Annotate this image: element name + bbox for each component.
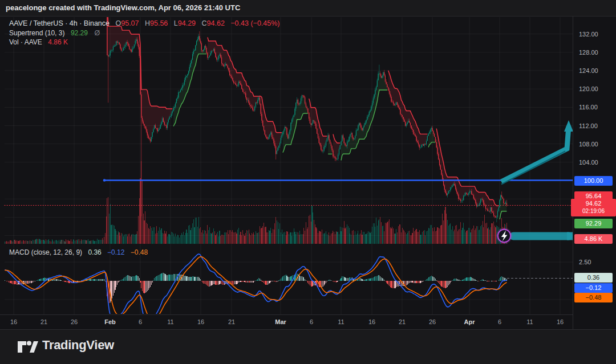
- symbol-title: AAVE / TetherUS · 4h · Binance: [9, 19, 110, 27]
- high-label: H: [145, 19, 150, 27]
- macd-signal-value: −0.48: [131, 248, 148, 256]
- supertrend-name: Supertrend (10, 3): [9, 29, 64, 37]
- macd-name: MACD (close, 12, 26, 9): [9, 248, 82, 256]
- macd-hist-value: 0.36: [88, 248, 101, 256]
- hide-indicator-icon[interactable]: Ø: [94, 29, 100, 37]
- legend-supertrend-row[interactable]: Supertrend (10, 3) 92.29 Ø: [9, 29, 279, 39]
- time-tick-label: 21: [390, 318, 415, 325]
- price-tick-label: 112.00: [579, 122, 598, 129]
- time-tick-label: 6: [128, 318, 153, 325]
- tradingview-snapshot: peacelonge created with TradingView.com,…: [0, 0, 616, 364]
- tradingview-logo-icon[interactable]: [17, 338, 39, 355]
- price-tick-label: 104.00: [579, 159, 598, 166]
- time-tick-label: 26: [62, 318, 87, 325]
- legend-volume-row[interactable]: Vol · AAVE 4.86 K: [9, 38, 279, 48]
- trend-arrow-drawing[interactable]: [501, 120, 573, 185]
- time-tick-label: 21: [219, 318, 244, 325]
- macd-legend-row[interactable]: MACD (close, 12, 26, 9) 0.36 −0.12 −0.48: [9, 248, 148, 256]
- close-value: 94.62: [207, 19, 225, 27]
- volume-value: 4.86 K: [48, 38, 68, 46]
- macd-axis-badge: 0.36: [574, 273, 613, 283]
- chart-legend: AAVE / TetherUS · 4h · Binance O95.07 H9…: [9, 19, 279, 48]
- time-tick-label: 6: [299, 318, 324, 325]
- price-tick-label: 128.00: [579, 49, 598, 56]
- open-label: O: [116, 19, 121, 27]
- teal-bar-drawing[interactable]: [509, 232, 573, 240]
- price-tick-label: 108.00: [579, 141, 598, 148]
- time-tick-label: 11: [329, 318, 354, 325]
- time-tick-label: 16: [548, 318, 573, 325]
- footer-bar: TradingView: [0, 329, 616, 364]
- price-axis[interactable]: 132.00128.00124.00120.00116.00112.00108.…: [573, 16, 616, 329]
- time-tick-label: 11: [158, 318, 183, 325]
- time-tick-label: Apr: [457, 318, 482, 325]
- price-tick-label: 132.00: [579, 31, 598, 38]
- price-tick-label: 116.00: [579, 104, 598, 111]
- price-axis-badge: 94.6202:19:06: [571, 199, 616, 216]
- close-label: C: [202, 19, 207, 27]
- attribution-text: peacelonge created with TradingView.com,…: [6, 3, 240, 12]
- time-tick-label: 21: [31, 318, 56, 325]
- supertrend-value: 92.29: [71, 29, 88, 37]
- time-tick-label: Feb: [98, 318, 123, 325]
- time-tick-label: 16: [359, 318, 384, 325]
- attribution-bar: peacelonge created with TradingView.com,…: [0, 0, 616, 17]
- time-tick-label: 11: [517, 318, 542, 325]
- price-tick-label: 120.00: [579, 85, 598, 92]
- macd-tick-label: 2.50: [579, 259, 591, 265]
- volume-name: Vol · AAVE: [9, 38, 42, 46]
- macd-axis-badge: −0.48: [574, 293, 613, 302]
- price-axis-badge: 92.29: [574, 219, 613, 228]
- low-value: 94.29: [178, 19, 196, 27]
- boost-lightning-icon[interactable]: [496, 228, 512, 244]
- grid: [5, 17, 573, 314]
- tradingview-wordmark[interactable]: TradingView: [42, 338, 114, 353]
- time-axis[interactable]: 162126Feb6111621Mar611162126Apr61116: [0, 314, 573, 330]
- time-tick-label: 6: [487, 318, 512, 325]
- high-value: 95.56: [150, 19, 168, 27]
- macd-line-value: −0.12: [107, 248, 124, 256]
- volume-bars: [5, 161, 507, 244]
- price-tick-label: 124.00: [579, 67, 598, 74]
- time-tick-label: 26: [420, 318, 445, 325]
- open-value: 95.07: [121, 19, 139, 27]
- price-axis-badge: 100.00: [574, 176, 613, 186]
- price-axis-badge: 4.86 K: [574, 234, 613, 244]
- change-value: −0.43 (−0.45%): [230, 19, 279, 27]
- chart-canvas[interactable]: [0, 0, 616, 364]
- time-tick-label: 16: [1, 318, 26, 325]
- legend-symbol-row[interactable]: AAVE / TetherUS · 4h · Binance O95.07 H9…: [9, 19, 279, 29]
- time-tick-label: 16: [188, 318, 213, 325]
- time-tick-label: Mar: [268, 318, 293, 325]
- macd-axis-badge: −0.12: [574, 283, 613, 293]
- low-label: L: [174, 19, 178, 27]
